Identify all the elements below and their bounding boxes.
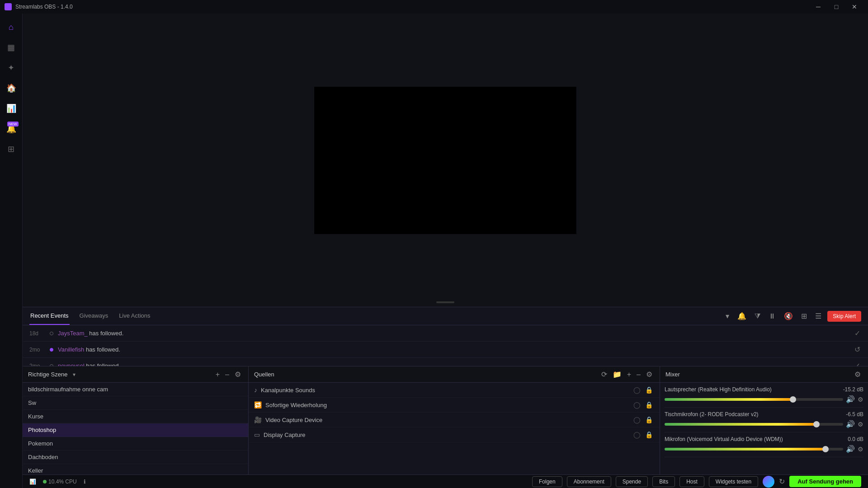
sources-remove-button[interactable]: – bbox=[635, 369, 642, 380]
events-dropdown-button[interactable]: ▾ bbox=[723, 310, 731, 322]
mixer-slider[interactable] bbox=[665, 395, 843, 404]
mixer-title: Mixer bbox=[665, 371, 680, 378]
bits-button[interactable]: Bits bbox=[652, 476, 675, 487]
events-tabs: Recent Events Giveaways Live Actions ▾ 🔔… bbox=[23, 307, 868, 325]
events-pause-button[interactable]: ⏸ bbox=[766, 311, 778, 322]
preview-resize-handle[interactable] bbox=[436, 301, 454, 303]
maximize-button[interactable]: □ bbox=[827, 0, 845, 14]
event-user-link[interactable]: neyneysel bbox=[58, 362, 85, 366]
mixer-volume-button[interactable]: 🔊 bbox=[846, 395, 855, 404]
skip-alert-button[interactable]: Skip Alert bbox=[827, 311, 861, 322]
tab-recent-events[interactable]: Recent Events bbox=[29, 307, 70, 325]
scene-item[interactable]: Pokemon bbox=[23, 437, 248, 450]
spende-button[interactable]: Spende bbox=[616, 476, 648, 487]
mixer-item-header: Tischmikrofon (2- RODE Podcaster v2) -6.… bbox=[665, 411, 863, 418]
mixer-device-settings-button[interactable]: ⚙ bbox=[858, 421, 863, 428]
events-alert-button[interactable]: 🔔 bbox=[735, 310, 749, 322]
mixer-track bbox=[665, 448, 843, 450]
event-action-check[interactable]: ✓ bbox=[854, 328, 861, 338]
sources-folder-button[interactable]: 📁 bbox=[611, 369, 623, 380]
events-filter-button[interactable]: ⧩ bbox=[752, 311, 763, 322]
scene-item-active[interactable]: Photoshop bbox=[23, 423, 248, 437]
mixer-item: Lautsprecher (Realtek High Definition Au… bbox=[665, 383, 863, 408]
sidebar-item-media[interactable]: ✦ bbox=[2, 59, 20, 77]
source-controls: ◯ 🔒 bbox=[632, 431, 654, 439]
event-action-check[interactable]: ✓ bbox=[854, 361, 861, 366]
mixer-track bbox=[665, 398, 843, 401]
sidebar-item-home[interactable]: ⌂ bbox=[2, 18, 20, 36]
mixer-device-name: Lautsprecher (Realtek High Definition Au… bbox=[665, 386, 772, 393]
scenes-dropdown-arrow[interactable]: ▾ bbox=[73, 371, 75, 378]
events-mute-button[interactable]: 🔇 bbox=[782, 310, 795, 322]
mixer-header-actions: ⚙ bbox=[853, 369, 863, 380]
event-user-link[interactable]: Vanillefish bbox=[58, 346, 84, 353]
event-user-link[interactable]: JaysTeam_ bbox=[58, 330, 88, 337]
host-button[interactable]: Host bbox=[679, 476, 704, 487]
events-grid-button[interactable]: ⊞ bbox=[799, 310, 809, 322]
mixer-volume-button[interactable]: 🔊 bbox=[846, 420, 855, 428]
source-visibility-btn[interactable]: ◯ bbox=[632, 431, 642, 439]
tab-giveaways[interactable]: Giveaways bbox=[79, 307, 109, 325]
mixer-device-settings-button[interactable]: ⚙ bbox=[858, 396, 863, 403]
source-lock-btn[interactable]: 🔒 bbox=[644, 431, 654, 439]
mixer-thumb[interactable] bbox=[822, 446, 829, 452]
title-bar-left: Streamlabs OBS - 1.4.0 bbox=[5, 3, 73, 10]
scenes-settings-button[interactable]: ⚙ bbox=[233, 369, 243, 380]
mixer-slider[interactable] bbox=[665, 420, 843, 428]
scene-item[interactable]: bildschirmaufnahme onne cam bbox=[23, 383, 248, 396]
events-list: 18d JaysTeam_ has followed. ✓ 2mo Vanill… bbox=[23, 325, 868, 366]
tab-live-actions[interactable]: Live Actions bbox=[118, 307, 151, 325]
sources-settings-button[interactable]: ⚙ bbox=[644, 369, 654, 380]
user-avatar[interactable] bbox=[763, 476, 774, 488]
source-visibility-btn[interactable]: ◯ bbox=[632, 416, 642, 424]
scenes-add-button[interactable]: + bbox=[214, 369, 222, 380]
source-visibility-btn[interactable]: ◯ bbox=[632, 386, 642, 394]
sources-action-1[interactable]: ⟳ bbox=[599, 369, 609, 380]
mixer-settings-button[interactable]: ⚙ bbox=[853, 369, 863, 380]
mixer-slider[interactable] bbox=[665, 445, 843, 453]
source-item[interactable]: 🎥 Video Capture Device ◯ 🔒 bbox=[249, 413, 660, 427]
sources-add-button[interactable]: + bbox=[625, 369, 633, 380]
video-capture-icon: 🎥 bbox=[254, 416, 262, 423]
scene-item[interactable]: Keller bbox=[23, 464, 248, 474]
event-action-refresh[interactable]: ↺ bbox=[854, 344, 861, 355]
source-item[interactable]: 🔁 Sofortige Wiederholung ◯ 🔒 bbox=[249, 398, 660, 413]
scene-item[interactable]: Sw bbox=[23, 396, 248, 410]
minimize-button[interactable]: ─ bbox=[809, 0, 827, 14]
source-controls: ◯ 🔒 bbox=[632, 386, 654, 394]
settings-icon-button[interactable]: ↻ bbox=[779, 477, 785, 486]
sidebar-item-scenes[interactable]: ▦ bbox=[2, 38, 20, 56]
source-controls: ◯ 🔒 bbox=[632, 401, 654, 409]
sidebar-item-analytics[interactable]: 📊 bbox=[2, 99, 20, 117]
scenes-remove-button[interactable]: – bbox=[223, 369, 231, 380]
mixer-thumb[interactable] bbox=[813, 421, 820, 427]
source-lock-btn[interactable]: 🔒 bbox=[644, 401, 654, 409]
sidebar-item-themes[interactable]: 🏠 bbox=[2, 79, 20, 97]
event-row: 2mo Vanillefish has followed. ↺ bbox=[23, 342, 868, 358]
mixer-item-header: Mikrofon (Voicemod Virtual Audio Device … bbox=[665, 436, 863, 442]
mixer-volume-button[interactable]: 🔊 bbox=[846, 445, 855, 453]
scene-item[interactable]: Kurse bbox=[23, 410, 248, 423]
go-live-button[interactable]: Auf Sendung gehen bbox=[789, 476, 861, 487]
sidebar-item-apps[interactable]: ⊞ bbox=[2, 140, 20, 158]
widgets-test-button[interactable]: Widgets testen bbox=[709, 476, 758, 487]
event-indicator bbox=[50, 332, 53, 335]
mixer-thumb[interactable] bbox=[790, 396, 796, 403]
source-lock-btn[interactable]: 🔒 bbox=[644, 386, 654, 394]
source-item[interactable]: ♪ Kanalpunkte Sounds ◯ 🔒 bbox=[249, 383, 660, 398]
event-time: 2mo bbox=[29, 347, 45, 353]
sidebar-item-alerts[interactable]: 🔔 NEW bbox=[2, 120, 20, 138]
mixer-device-settings-button[interactable]: ⚙ bbox=[858, 446, 863, 453]
source-lock-btn[interactable]: 🔒 bbox=[644, 416, 654, 424]
events-list-button[interactable]: ☰ bbox=[813, 310, 824, 322]
status-info[interactable]: ℹ bbox=[84, 479, 86, 485]
abonnement-button[interactable]: Abonnement bbox=[567, 476, 611, 487]
folgen-button[interactable]: Folgen bbox=[532, 476, 562, 487]
event-time: 2mo bbox=[29, 363, 45, 366]
source-visibility-btn[interactable]: ◯ bbox=[632, 401, 642, 409]
scene-item[interactable]: Dachboden bbox=[23, 450, 248, 464]
close-button[interactable]: ✕ bbox=[845, 0, 863, 14]
main-content: Recent Events Giveaways Live Actions ▾ 🔔… bbox=[23, 14, 868, 488]
status-graph[interactable]: 📊 bbox=[29, 479, 36, 485]
source-item[interactable]: ▭ Display Capture ◯ 🔒 bbox=[249, 427, 660, 442]
